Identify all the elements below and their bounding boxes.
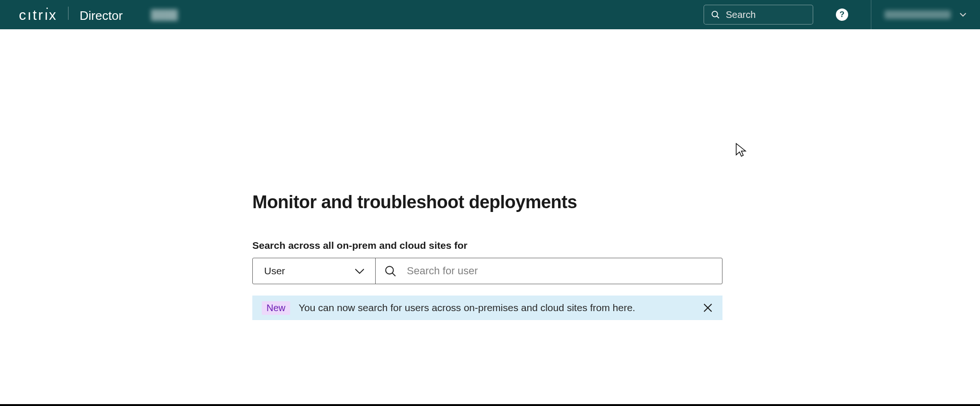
- main-area: Monitor and troubleshoot deployments Sea…: [0, 29, 980, 320]
- app-name: Director: [80, 8, 123, 23]
- top-header: cıtrı•x Director ████ ?: [0, 0, 980, 29]
- header-separator: [871, 0, 871, 29]
- svg-line-3: [392, 273, 395, 276]
- center-panel: Monitor and troubleshoot deployments Sea…: [252, 192, 722, 320]
- page-title: Monitor and troubleshoot deployments: [252, 192, 722, 212]
- citrix-logo: cıtrı•x: [19, 7, 57, 23]
- brand-separator: [68, 7, 69, 20]
- header-obscured-tab: ████: [151, 9, 178, 20]
- search-icon: [711, 10, 720, 19]
- main-search-bar: User: [252, 258, 722, 284]
- user-menu[interactable]: [885, 10, 967, 19]
- info-banner-text: You can now search for users across on-p…: [299, 302, 694, 313]
- svg-line-1: [717, 16, 719, 18]
- close-icon[interactable]: [703, 303, 713, 313]
- main-search-box: [376, 258, 722, 284]
- search-label: Search across all on-prem and cloud site…: [252, 240, 722, 251]
- search-type-value: User: [264, 265, 285, 277]
- chevron-down-icon: [959, 12, 967, 17]
- info-banner: New You can now search for users across …: [252, 296, 722, 320]
- brand-block: cıtrı•x Director: [19, 7, 123, 23]
- global-search-input[interactable]: [726, 9, 806, 20]
- search-type-select[interactable]: User: [253, 258, 376, 284]
- user-name-obscured: [885, 10, 951, 19]
- new-badge: New: [262, 301, 290, 315]
- svg-point-2: [386, 266, 393, 274]
- global-search[interactable]: [704, 5, 813, 25]
- svg-point-0: [712, 11, 718, 17]
- chevron-down-icon: [354, 268, 365, 274]
- main-search-input[interactable]: [407, 265, 714, 277]
- search-icon: [384, 265, 396, 277]
- help-button[interactable]: ?: [836, 8, 848, 21]
